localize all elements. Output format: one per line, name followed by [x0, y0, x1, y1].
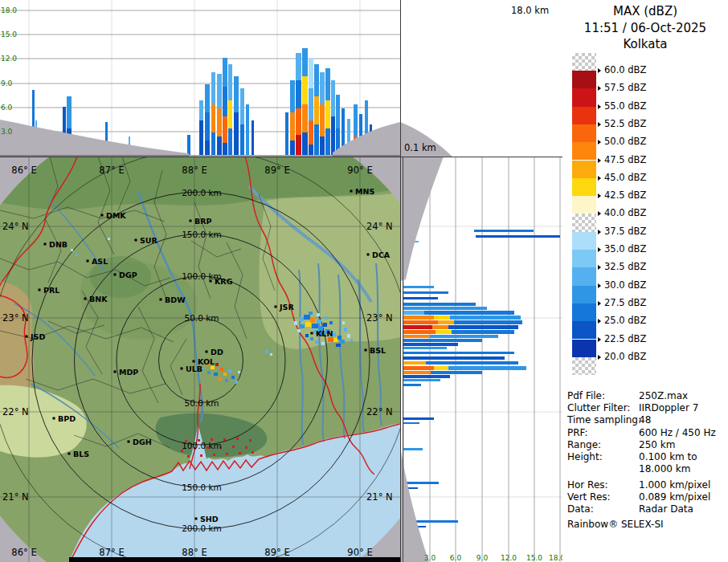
echo-row-segment: [403, 330, 436, 334]
echo-pixel: [333, 338, 337, 342]
echo-row-segment: [426, 361, 518, 364]
echo-row-segment: [454, 320, 522, 324]
echo-row-segment: [438, 320, 454, 324]
scale-swatch: [572, 53, 596, 71]
echo-column-segment: [234, 112, 239, 155]
echo-row-segment: [403, 291, 448, 294]
echo-pixel: [317, 320, 321, 324]
echo-column-segment: [240, 124, 244, 155]
info-value: 0.089 km/pixel: [639, 491, 710, 503]
city-label: DGH: [133, 438, 152, 446]
echo-column-segment: [314, 96, 319, 124]
city-label: BNK: [89, 295, 108, 303]
echo-pixel: [350, 339, 353, 342]
echo-row-segment: [403, 335, 430, 338]
echo-row-segment: [403, 347, 447, 349]
city-label: DD: [211, 348, 223, 356]
echo-row-segment: [403, 448, 423, 450]
city-dot: [195, 518, 198, 520]
echo-pixel: [341, 340, 345, 344]
echo-pixel: [336, 344, 341, 347]
echo-column-segment: [211, 72, 215, 104]
echo-column-segment: [285, 112, 288, 155]
echo-column-segment: [211, 104, 215, 132]
scale-label: 52.5 dBZ: [604, 118, 646, 129]
radar-map-panel: 200.0 km150.0 km100.0 km50.0 km50.0 km10…: [0, 157, 400, 562]
scale-swatch: [572, 340, 596, 357]
scale-label: 27.5 dBZ: [604, 297, 646, 308]
echo-row-segment: [476, 235, 560, 238]
echo-column-segment: [314, 64, 319, 96]
info-label: Hor Res:: [567, 479, 608, 491]
longitude-label: 87° E: [99, 547, 124, 558]
range-ring-label: 50.0 km: [184, 313, 219, 323]
echo-row-segment: [403, 320, 438, 324]
scale-swatch: [572, 142, 596, 160]
height-axis-max-label: 18.0 km: [511, 5, 549, 16]
scale-label: 37.5 dBZ: [604, 226, 646, 237]
city-dot: [160, 299, 162, 301]
echo-row-segment: [434, 316, 450, 320]
longitude-label: 86° E: [11, 165, 36, 176]
echo-pixel: [342, 321, 345, 324]
city-label: JSD: [30, 332, 45, 341]
echo-pixel: [228, 369, 231, 373]
city-dot: [53, 417, 55, 420]
city-label: JSR: [279, 303, 294, 312]
panel-background: [400, 0, 562, 157]
echo-column-segment: [187, 135, 190, 155]
echo-column-segment: [336, 95, 340, 128]
panel-divider-vertical: [400, 0, 401, 562]
echo-row-segment: [403, 303, 476, 306]
echo-pixel: [310, 337, 313, 340]
echo-row-segment: [403, 286, 434, 288]
echo-column-segment: [223, 116, 227, 143]
scale-label: 30.0 dBZ: [604, 279, 646, 291]
scale-label: 60.0 dBZ: [604, 64, 646, 75]
scale-tick-icon: [598, 230, 601, 234]
info-label: Clutter Filter:: [567, 402, 630, 413]
city-dot: [87, 260, 89, 263]
city-dot: [365, 349, 367, 352]
echo-pixel: [297, 329, 301, 332]
echo-column-segment: [246, 104, 249, 155]
echo-column-segment: [320, 104, 325, 136]
city-dot: [39, 289, 41, 291]
echo-column-segment: [228, 100, 232, 128]
echo-row-segment: [403, 343, 458, 346]
echo-row-segment: [403, 356, 505, 360]
echo-column-segment: [325, 100, 330, 128]
echo-pixel: [219, 377, 222, 381]
info-label: Time sampling:: [567, 414, 641, 426]
scale-tick-icon: [598, 68, 601, 73]
echo-column-segment: [223, 58, 227, 87]
latitude-label: 24° N: [366, 221, 393, 232]
city-label: ASL: [92, 257, 108, 266]
scale-swatch: [572, 303, 596, 321]
scale-label: 32.5 dBZ: [604, 261, 646, 272]
echo-row-segment: [403, 366, 434, 370]
echo-pixel: [312, 324, 318, 328]
echo-column-segment: [354, 104, 358, 136]
scale-label: 35.0 dBZ: [604, 243, 646, 255]
echo-row-segment: [448, 366, 526, 370]
height-tick-label: 3.0: [1, 128, 13, 136]
range-ring-label: 150.0 km: [182, 483, 222, 492]
echo-pixel: [305, 322, 311, 327]
echo-column-segment: [325, 128, 330, 155]
info-value: 18.000 km: [639, 463, 690, 474]
echo-column-segment: [290, 80, 295, 112]
city-label: KRG: [215, 277, 233, 286]
scale-swatch: [572, 196, 596, 214]
info-value: 250Z.max: [639, 390, 688, 401]
echo-pixel: [76, 254, 78, 256]
echo-pixel: [108, 238, 110, 240]
longitude-label: 89° E: [264, 165, 289, 176]
echo-column-segment: [331, 116, 335, 155]
longitude-label: 89° E: [264, 547, 289, 558]
city-label: SUR: [140, 236, 158, 245]
echo-pixel: [215, 363, 219, 366]
info-value: 600 Hz / 450 Hz: [639, 427, 716, 438]
echo-row-segment: [431, 371, 482, 374]
echo-pixel: [325, 316, 328, 320]
